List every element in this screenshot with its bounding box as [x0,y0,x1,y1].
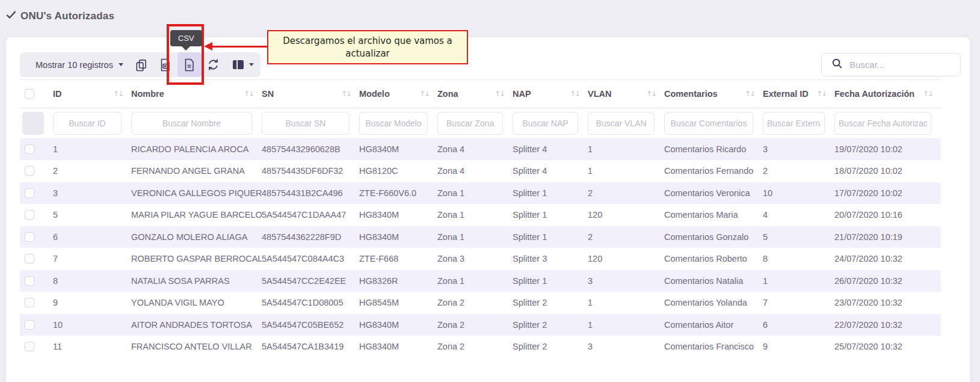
column-label: SN [262,89,274,99]
table-row: 11FRANCISCO ANTELO VILLAR5A544547CA1B341… [20,336,941,358]
filter-input-nombre[interactable] [131,112,252,135]
table-row: 2FERNANDO ANGEL GRANA485754435DF6DF32HG8… [20,160,941,182]
cell-comentarios: Comentarios Roberto [664,248,763,270]
cell-modelo: HG8340M [359,314,437,336]
cell-nap: Splitter 2 [513,314,588,336]
table-row: 6GONZALO MOLERO ALIAGA4857544362228F9DHG… [20,226,941,248]
row-checkbox[interactable] [25,320,34,330]
annotation-arrow-line [212,46,267,48]
cell-id: 7 [53,248,131,270]
column-label: Zona [437,89,458,99]
column-header-external_id[interactable]: External ID↑↓ [763,80,834,108]
column-header-id[interactable]: ID↑↓ [53,80,131,108]
cell-zona: Zona 2 [437,292,513,314]
sort-arrows-icon: ↑↓ [419,90,429,98]
row-checkbox[interactable] [25,276,34,286]
row-checkbox[interactable] [25,144,34,154]
refresh-button[interactable] [202,52,226,77]
filter-input-modelo[interactable] [359,112,428,135]
row-checkbox[interactable] [25,254,34,263]
cell-vlan: 120 [588,204,664,226]
cell-sn: 5A544547CA1B3419 [262,336,359,358]
row-checkbox[interactable] [25,210,34,220]
column-visibility-button[interactable] [226,52,260,77]
row-checkbox[interactable] [25,232,34,242]
cell-fecha_autorizacion: 21/07/2020 10:19 [834,226,941,248]
row-checkbox[interactable] [25,188,34,198]
cell-comentarios: Comentarios Aitor [664,314,763,336]
cell-nap: Splitter 2 [513,292,588,314]
cell-comentarios: Comentarios Ricardo [664,138,763,161]
filter-input-comentarios[interactable] [664,112,753,135]
table-card: Mostrar 10 registros [6,37,970,382]
cell-nap: Splitter 4 [513,138,588,161]
cell-comentarios: Comentarios Yolanda [664,292,763,314]
cell-vlan: 1 [588,292,664,314]
cell-fecha_autorizacion: 17/07/2020 10:02 [834,182,941,205]
cell-comentarios: Comentarios Natalia [664,270,763,292]
onu-table: ID↑↓Nombre↑↓SN↑↓Modelo↑↓Zona↑↓NAP↑↓VLAN↑… [20,79,941,358]
filter-input-zona[interactable] [437,112,503,135]
cell-vlan: 120 [588,248,664,270]
cell-sn: 485754432960628B [262,138,359,161]
filter-input-nap[interactable] [513,112,578,135]
column-header-comentarios[interactable]: Comentarios↑↓ [664,80,763,108]
cell-id: 10 [53,314,131,336]
cell-zona: Zona 1 [437,204,513,226]
row-checkbox[interactable] [25,166,34,176]
column-header-zona[interactable]: Zona↑↓ [437,80,513,108]
table-row: 8NATALIA SOSA PARRAS5A544547CC2E42EEHG83… [20,270,941,292]
select-all-checkbox[interactable] [25,89,34,99]
cell-fecha_autorizacion: 19/07/2020 10:02 [834,138,941,161]
cell-nap: Splitter 1 [513,270,588,292]
columns-icon [232,60,244,70]
cell-fecha_autorizacion: 24/07/2020 10:32 [834,248,941,270]
cell-id: 6 [53,226,131,248]
cell-zona: Zona 4 [437,160,513,182]
length-menu-dropdown[interactable]: Mostrar 10 registros [35,60,123,70]
search-input[interactable] [849,60,969,70]
cell-comentarios: Comentarios Maria [664,204,763,226]
column-header-modelo[interactable]: Modelo↑↓ [359,80,437,108]
copy-button[interactable] [129,52,153,77]
filter-input-vlan[interactable] [588,112,655,135]
cell-zona: Zona 1 [437,182,513,205]
page-title: ONU's Autorizadas [6,10,114,22]
filter-input-external_id[interactable] [763,112,825,135]
filter-input-sn[interactable] [262,112,350,135]
chevron-down-icon [119,63,123,66]
cell-nombre: ROBERTO GASPAR BERROCAL [131,248,262,270]
cell-zona: Zona 3 [437,248,513,270]
cell-nombre: FERNANDO ANGEL GRANA [131,160,262,182]
cell-nombre: MARIA PILAR YAGUE BARCELO [131,204,262,226]
filter-input-id[interactable] [53,112,122,135]
column-header-vlan[interactable]: VLAN↑↓ [588,80,664,108]
column-header-nap[interactable]: NAP↑↓ [513,80,588,108]
cell-modelo: ZTE-F660V6.0 [359,182,437,205]
column-header-sn[interactable]: SN↑↓ [262,80,359,108]
copy-icon [135,58,147,72]
column-header-fecha_autorizacion[interactable]: Fecha Autorización↑↓ [834,80,941,108]
row-checkbox[interactable] [25,342,34,351]
row-checkbox[interactable] [25,298,34,307]
annotation-arrow-icon [204,42,212,51]
cell-modelo: HG8340M [359,336,437,358]
cell-sn: 5A544547C1D08005 [262,292,359,314]
global-search [821,53,961,76]
cell-vlan: 1 [588,138,664,161]
cell-nombre: AITOR ANDRADES TORTOSA [131,314,262,336]
sort-arrows-icon: ↑↓ [923,90,932,98]
cell-nombre: NATALIA SOSA PARRAS [131,270,262,292]
cell-external_id: 2 [763,160,834,182]
column-label: Nombre [131,89,164,99]
filter-input-fecha_autorizacion[interactable] [834,112,931,135]
cell-external_id: 7 [763,292,834,314]
cell-vlan: 3 [588,270,664,292]
table-row: 5MARIA PILAR YAGUE BARCELO5A544547C1DAAA… [20,204,941,226]
cell-modelo: HG8545M [359,292,437,314]
table-body: 1RICARDO PALENCIA AROCA485754432960628BH… [20,138,941,358]
cell-modelo: HG8340M [359,204,437,226]
cell-zona: Zona 1 [437,226,513,248]
chevron-down-icon [249,63,254,66]
cell-nap: Splitter 3 [513,248,588,270]
